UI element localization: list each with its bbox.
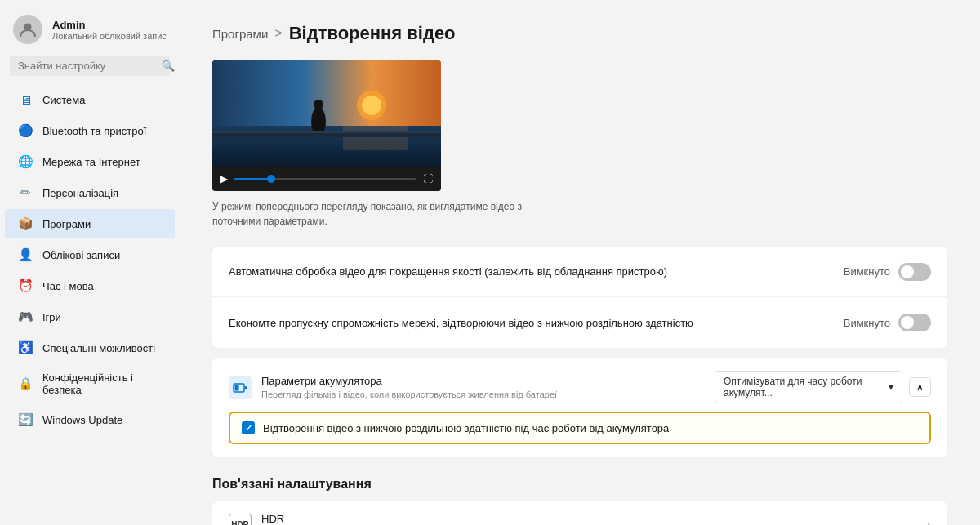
sidebar-item-accessibility[interactable]: ♿ Спеціальні можливості xyxy=(5,333,175,363)
battery-section: Параметри акумулятора Перегляд фільмів і… xyxy=(212,358,947,457)
svg-rect-1 xyxy=(212,60,441,126)
save-bandwidth-row: Економте пропускну спроможність мережі, … xyxy=(212,297,947,348)
sidebar-icon-accounts: 👤 xyxy=(18,247,33,262)
auto-enhance-label: Автоматична обробка відео для покращення… xyxy=(229,265,844,278)
svg-rect-5 xyxy=(343,126,408,150)
sidebar-label-personalization: Персоналізація xyxy=(42,187,118,199)
video-thumbnail xyxy=(212,60,441,167)
hdr-item[interactable]: HDR HDR Можливості дисплея, використання… xyxy=(212,501,947,525)
sidebar-label-privacy: Конфіденційність і безпека xyxy=(42,372,162,396)
avatar xyxy=(13,15,42,44)
related-list: HDR HDR Можливості дисплея, використання… xyxy=(212,501,947,525)
save-bandwidth-toggle[interactable] xyxy=(898,314,931,331)
sidebar-item-time[interactable]: ⏰ Час і мова xyxy=(5,271,175,300)
sidebar-label-accessibility: Спеціальні можливості xyxy=(42,342,155,354)
hdr-icon: HDR xyxy=(229,514,252,526)
auto-enhance-row: Автоматична обробка відео для покращення… xyxy=(212,247,947,297)
search-container: 🔍 xyxy=(10,56,170,76)
sidebar-icon-system: 🖥 xyxy=(18,92,33,107)
hdr-arrow-icon: › xyxy=(927,518,931,526)
auto-enhance-status: Вимкнуто xyxy=(844,265,890,278)
fullscreen-icon[interactable]: ⛶ xyxy=(423,173,433,185)
sidebar-icon-update: 🔄 xyxy=(18,412,33,427)
breadcrumb-separator: > xyxy=(274,26,282,41)
sidebar-item-network[interactable]: 🌐 Мережа та Інтернет xyxy=(5,147,175,176)
sidebar-label-update: Windows Update xyxy=(42,414,122,426)
sidebar-icon-privacy: 🔒 xyxy=(18,376,33,391)
progress-fill xyxy=(234,178,271,180)
checkbox-check-icon: ✓ xyxy=(245,423,252,434)
sidebar-item-privacy[interactable]: 🔒 Конфіденційність і безпека xyxy=(5,364,175,403)
sidebar-label-accounts: Облікові записи xyxy=(42,249,120,261)
breadcrumb: Програми > Відтворення відео xyxy=(212,23,947,44)
toggle-thumb xyxy=(901,265,914,278)
battery-dropdown-value: Оптимізувати для часу роботи акумулят... xyxy=(724,376,882,398)
main-content: Програми > Відтворення відео xyxy=(180,0,980,525)
sidebar-icon-accessibility: ♿ xyxy=(18,340,33,355)
video-controls: ▶ ⛶ xyxy=(212,167,441,191)
svg-point-4 xyxy=(362,96,381,115)
settings-list: Автоматична обробка відео для покращення… xyxy=(212,247,947,348)
search-icon: 🔍 xyxy=(162,60,175,72)
sidebar-icon-personalization: ✏ xyxy=(18,185,33,200)
related-title: Пов'язані налаштування xyxy=(212,477,947,492)
user-name: Admin xyxy=(52,19,167,31)
sidebar-item-bluetooth[interactable]: 🔵 Bluetooth та пристрої xyxy=(5,116,175,145)
sidebar-item-apps[interactable]: 📦 Програми xyxy=(5,209,175,238)
svg-rect-12 xyxy=(235,385,239,391)
sidebar-item-system[interactable]: 🖥 Система xyxy=(5,85,175,114)
sidebar: Admin Локальний обліковий запис 🔍 🖥 Сист… xyxy=(0,0,180,525)
play-button[interactable]: ▶ xyxy=(220,173,228,185)
user-profile[interactable]: Admin Локальний обліковий запис xyxy=(0,0,180,56)
toggle-thumb-2 xyxy=(901,316,914,329)
sidebar-label-network: Мережа та Інтернет xyxy=(42,156,140,168)
sidebar-label-games: Ігри xyxy=(42,311,61,323)
search-input[interactable] xyxy=(18,60,155,72)
progress-thumb xyxy=(267,175,275,183)
battery-icon xyxy=(229,376,252,399)
sidebar-label-system: Система xyxy=(42,94,85,106)
battery-expand-button[interactable]: ∧ xyxy=(909,377,931,397)
progress-bar[interactable] xyxy=(234,178,416,180)
battery-checkbox[interactable]: ✓ xyxy=(242,421,255,434)
sidebar-icon-bluetooth: 🔵 xyxy=(18,123,33,138)
hdr-title: HDR xyxy=(261,513,477,525)
page-title: Відтворення відео xyxy=(289,23,456,44)
sidebar-label-bluetooth: Bluetooth та пристрої xyxy=(42,125,146,137)
sidebar-icon-time: ⏰ xyxy=(18,278,33,293)
chevron-down-icon: ▾ xyxy=(889,381,893,393)
sidebar-icon-network: 🌐 xyxy=(18,154,33,169)
sidebar-item-update[interactable]: 🔄 Windows Update xyxy=(5,405,175,434)
svg-point-7 xyxy=(314,100,323,109)
sidebar-item-games[interactable]: 🎮 Ігри xyxy=(5,302,175,331)
breadcrumb-parent[interactable]: Програми xyxy=(212,27,268,41)
sidebar-icon-apps: 📦 xyxy=(18,216,33,231)
nav-list: 🖥 Система 🔵 Bluetooth та пристрої 🌐 Мере… xyxy=(0,84,180,435)
sidebar-icon-games: 🎮 xyxy=(18,309,33,324)
sidebar-label-apps: Програми xyxy=(42,218,91,230)
sidebar-item-accounts[interactable]: 👤 Облікові записи xyxy=(5,240,175,269)
battery-checkbox-row: ✓ Відтворення відео з нижчою роздільною … xyxy=(229,412,931,444)
battery-title: Параметри акумулятора xyxy=(261,375,557,387)
battery-subtitle: Перегляд фільмів і відео, коли використо… xyxy=(261,389,557,399)
user-role: Локальний обліковий запис xyxy=(52,31,167,41)
battery-checkbox-label: Відтворення відео з нижчою роздільною зд… xyxy=(263,422,669,434)
auto-enhance-toggle[interactable] xyxy=(898,263,931,281)
battery-dropdown[interactable]: Оптимізувати для часу роботи акумулят...… xyxy=(715,371,902,403)
sidebar-label-time: Час і мова xyxy=(42,280,94,292)
video-preview: ▶ ⛶ xyxy=(212,60,441,191)
save-bandwidth-status: Вимкнуто xyxy=(844,317,890,329)
sidebar-item-personalization[interactable]: ✏ Персоналізація xyxy=(5,178,175,207)
svg-rect-11 xyxy=(245,386,247,389)
save-bandwidth-label: Економте пропускну спроможність мережі, … xyxy=(229,317,844,329)
video-caption: У режимі попереднього перегляду показано… xyxy=(212,199,539,229)
